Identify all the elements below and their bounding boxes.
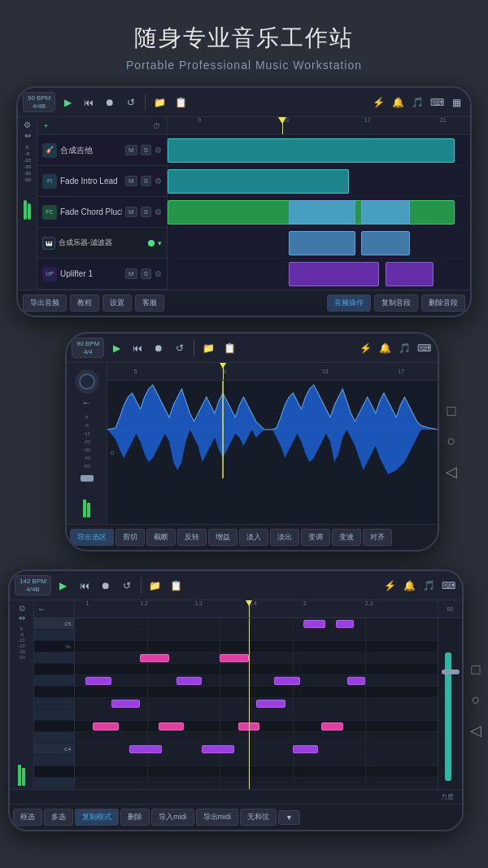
bell-icon-2[interactable]: 🔔 — [376, 339, 394, 357]
key-d4[interactable] — [34, 732, 74, 744]
chord-dropdown-btn[interactable]: ▼ — [278, 810, 300, 825]
delete-btn[interactable]: 删除 — [120, 809, 150, 826]
android-circle-btn-3[interactable]: ○ — [472, 691, 481, 709]
mute-btn-5[interactable]: M — [125, 268, 137, 279]
align-btn[interactable]: 对齐 — [363, 529, 392, 546]
knob-icon[interactable] — [75, 369, 99, 394]
note-11[interactable] — [159, 722, 184, 731]
undo-btn-2[interactable]: ↺ — [171, 339, 189, 357]
grid-icon[interactable]: ▦ — [447, 94, 465, 111]
key-b3[interactable] — [34, 755, 74, 766]
rewind-btn-2[interactable]: ⏮ — [129, 339, 146, 357]
play-btn-2[interactable]: ▶ — [107, 339, 125, 357]
clip-1-1[interactable] — [168, 138, 455, 163]
clipboard-btn-3[interactable]: 📋 — [168, 577, 185, 595]
clip-5-2[interactable] — [386, 262, 434, 286]
export-btn[interactable]: 导出音频 — [23, 294, 67, 312]
android-circle-btn[interactable]: ○ — [447, 433, 456, 450]
stretch-btn[interactable]: 变速 — [332, 529, 361, 546]
import-midi-btn[interactable]: 导入midi — [151, 809, 194, 826]
clip-3-3[interactable] — [361, 200, 410, 225]
folder-btn-2[interactable]: 📁 — [199, 339, 217, 357]
multi-btn[interactable]: 多选 — [44, 809, 73, 826]
copy-mode-btn[interactable]: 复制模式 — [75, 809, 119, 826]
settings-icon-2[interactable]: ⚙ — [155, 177, 162, 185]
note-4[interactable] — [85, 677, 111, 685]
note-15[interactable] — [202, 745, 234, 753]
key-eb4[interactable] — [34, 721, 74, 732]
android-triangle-btn[interactable]: ◁ — [446, 463, 457, 481]
solo-btn-2[interactable]: S — [141, 176, 151, 186]
folder-btn-1[interactable]: 📁 — [150, 94, 168, 111]
del-seg-btn[interactable]: 删除音段 — [421, 294, 465, 312]
play-btn-1[interactable]: ▶ — [59, 94, 76, 111]
fadeout-btn[interactable]: 淡出 — [270, 529, 299, 546]
note-9[interactable] — [256, 700, 285, 708]
gain-btn[interactable]: 增益 — [208, 529, 237, 546]
undo-btn-3[interactable]: ↺ — [118, 577, 136, 595]
clip-3-2[interactable] — [289, 200, 355, 225]
keyboard-icon-2[interactable]: ⌨ — [415, 339, 433, 357]
settings-btn[interactable]: 设置 — [102, 294, 132, 312]
copy-seg-btn[interactable]: 复制音段 — [374, 294, 418, 312]
clipboard-btn-2[interactable]: 📋 — [220, 339, 238, 357]
fader-handle[interactable] — [81, 475, 94, 482]
note-1[interactable] — [336, 620, 354, 628]
mute-btn-1[interactable]: M — [125, 145, 137, 155]
velocity-fader[interactable] — [442, 670, 460, 674]
solo-btn-1[interactable]: S — [141, 145, 151, 155]
key-g4[interactable] — [34, 675, 74, 687]
note-3[interactable] — [220, 654, 249, 662]
android-square-btn-3[interactable]: □ — [472, 661, 481, 678]
solo-btn-3[interactable]: S — [141, 207, 151, 217]
play-btn-3[interactable]: ▶ — [54, 577, 72, 595]
note-14[interactable] — [129, 745, 162, 753]
clip-5-1[interactable] — [289, 262, 380, 286]
export-sel-btn[interactable]: 导出选区 — [70, 529, 114, 546]
music-icon-2[interactable]: 🎵 — [395, 339, 413, 357]
eq-icon[interactable]: ⚡ — [369, 94, 387, 111]
cut-btn[interactable]: 剪切 — [115, 529, 145, 546]
synth-clip-2[interactable] — [361, 231, 410, 255]
note-6[interactable] — [274, 677, 299, 685]
fadein-btn[interactable]: 淡入 — [239, 529, 268, 546]
folder-btn-3[interactable]: 📁 — [146, 577, 164, 595]
settings-icon-1[interactable]: ⚙ — [155, 146, 162, 155]
mute-btn-2[interactable]: M — [125, 176, 137, 186]
note-2[interactable] — [140, 654, 169, 662]
note-8[interactable] — [111, 700, 141, 708]
clip-2-1[interactable] — [168, 169, 349, 194]
keyboard-icon-3[interactable]: ⌨ — [439, 577, 457, 595]
record-btn-2[interactable]: ⏺ — [150, 339, 168, 357]
note-16[interactable] — [293, 745, 318, 753]
settings-icon-5[interactable]: ⚙ — [155, 269, 162, 278]
export-midi-btn[interactable]: 导出midi — [196, 809, 239, 826]
synth-clip-1[interactable] — [289, 231, 355, 255]
clock-icon[interactable]: ⏱ — [153, 122, 160, 130]
key-e4[interactable] — [34, 709, 74, 721]
music-icon[interactable]: 🎵 — [408, 94, 426, 111]
record-btn-1[interactable]: ⏺ — [101, 94, 119, 111]
synth-dropdown[interactable]: ▾ — [158, 239, 162, 247]
key-a4[interactable] — [34, 652, 74, 664]
reverse-btn[interactable]: 反转 — [177, 529, 207, 546]
key-ab4[interactable] — [34, 664, 74, 675]
key-f4[interactable] — [34, 698, 74, 709]
music-icon-3[interactable]: 🎵 — [420, 577, 438, 595]
eq-icon-2[interactable]: ⚡ — [356, 339, 374, 357]
note-12[interactable] — [238, 722, 260, 731]
note-10[interactable] — [93, 722, 118, 731]
key-fs4[interactable] — [34, 687, 74, 698]
knob-3[interactable]: ⊙ — [19, 604, 25, 613]
no-chord-btn[interactable]: 无和弦 — [240, 809, 277, 826]
add-track-btn[interactable]: + — [44, 122, 48, 130]
back-arrow-3[interactable]: ← — [37, 604, 46, 613]
rewind-btn-3[interactable]: ⏮ — [76, 577, 94, 595]
key-bb4[interactable]: Bb — [34, 641, 74, 652]
settings-icon-3[interactable]: ⚙ — [155, 207, 162, 216]
tutorial-btn[interactable]: 教程 — [70, 294, 99, 312]
android-square-btn[interactable]: □ — [447, 403, 456, 420]
pitch-btn[interactable]: 变调 — [301, 529, 330, 546]
bell-icon[interactable]: 🔔 — [389, 94, 407, 111]
note-7[interactable] — [347, 677, 365, 685]
